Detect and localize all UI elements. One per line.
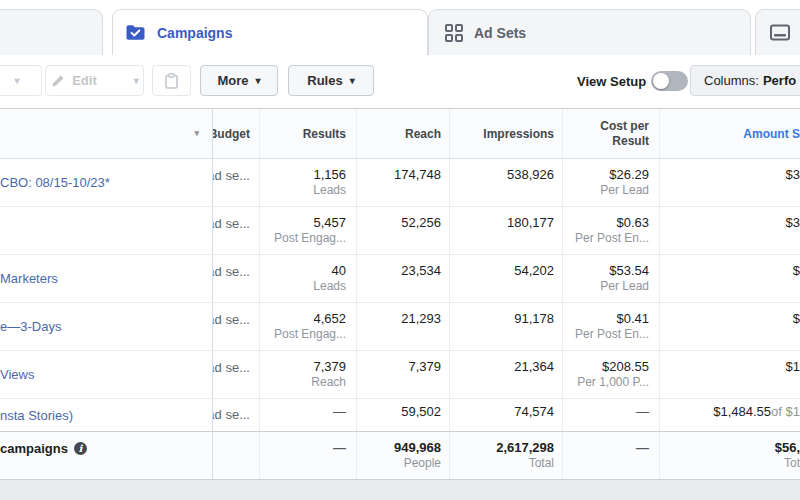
reach-cell: 7,379 [357,351,450,398]
campaign-name-cell: Marketers [0,255,213,302]
totals-reach-cell: 949,968People [357,432,450,479]
amount-spent-cell: $3 [660,159,800,206]
campaign-name-link[interactable]: CBO: 08/15-10/23* [0,159,212,206]
impressions-cell: 538,926 [450,159,563,206]
results-value: 1,156 [260,166,346,183]
budget-value: Using ad se... [213,312,250,327]
column-header-cost-per-result[interactable]: Cost per Result [563,109,660,158]
campaigns-table: ▾ Budget Results Reach Impressions Cost … [0,108,800,480]
more-button-label: More [217,73,248,88]
totals-reach-label: People [357,456,441,471]
totals-amount-value: $56, [660,439,800,456]
totals-results-value: — [260,439,346,456]
table-row: Marketers Using ad se... 40Leads 23,534 … [0,255,800,303]
budget-value: Using ad se... [213,360,250,375]
reach-cell: 52,256 [357,207,450,254]
results-cell: — [260,399,357,431]
pencil-icon [51,74,65,88]
more-button[interactable]: More ▾ [200,65,278,96]
totals-impressions-cell: 2,617,298Total [450,432,563,479]
impressions-value: 180,177 [450,214,554,231]
results-label: Leads [260,183,346,198]
cpr-label: Per 1,000 P... [563,375,649,390]
amount-value: $ [660,262,800,279]
cost-per-result-cell: — [563,399,660,431]
reach-cell: 59,502 [357,399,450,431]
results-cell: 1,156Leads [260,159,357,206]
column-header-results[interactable]: Results [260,109,357,158]
column-header-budget[interactable]: Budget [213,109,260,158]
toolbar: ▾ Edit ▾ More ▾ Rules [0,55,800,108]
amount-budget-suffix: of $1 [771,404,800,419]
amount-value: $ [660,310,800,327]
totals-row: campaigns i — 949,968People 2,617,298Tot… [0,431,800,479]
duplicate-button[interactable] [152,65,191,96]
chevron-down-icon: ▾ [194,128,199,138]
toggle-knob [653,73,669,89]
column-header-impressions[interactable]: Impressions [450,109,563,158]
rules-button[interactable]: Rules ▾ [288,65,374,96]
budget-value: Using ad se... [213,264,250,279]
results-cell: 7,379Reach [260,351,357,398]
campaign-name-cell [0,207,213,254]
amount-value: $3 [660,166,800,183]
campaign-name-link[interactable] [0,207,212,254]
campaign-name-cell: nsta Stories) [0,399,213,431]
budget-cell: Using ad se... [213,255,260,302]
column-header-amount-spent[interactable]: Amount S [660,109,800,158]
impressions-value: 74,574 [450,399,554,424]
table-row: Views Using ad se... 7,379Reach 7,379 21… [0,351,800,399]
folder-check-icon [125,24,146,41]
amount-spent-cell: $1 [660,351,800,398]
results-cell: 4,652Post Engag... [260,303,357,350]
dropdown-button-disabled[interactable]: ▾ [0,65,42,96]
budget-cell: Using ad se... [213,399,260,431]
reach-value: 7,379 [357,358,441,375]
cpr-value: $0.63 [563,214,649,231]
campaign-name-link[interactable]: Marketers [0,255,212,302]
cpr-value: $26.29 [563,166,649,183]
impressions-value: 91,178 [450,310,554,327]
chevron-down-icon: ▾ [350,76,355,86]
tab-ad-sets[interactable]: Ad Sets [428,9,751,55]
campaign-name-link[interactable]: nsta Stories) [0,399,212,431]
edit-dropdown-button[interactable]: ▾ [123,66,150,95]
campaign-name-link[interactable]: e—3-Days [0,303,212,350]
results-label: Post Engag... [260,327,346,342]
edit-button[interactable]: Edit [39,66,109,95]
table-row: CBO: 08/15-10/23* Using ad se... 1,156Le… [0,159,800,207]
cost-per-result-cell: $53.54Per Lead [563,255,660,302]
table-header-row: ▾ Budget Results Reach Impressions Cost … [0,109,800,159]
impressions-value: 21,364 [450,358,554,375]
amount-spent-cell: $1,484.55 of $1 [660,399,800,431]
results-value: 5,457 [260,214,346,231]
view-setup-toggle[interactable] [651,71,688,91]
screen-icon [770,24,790,41]
budget-value: Using ad se... [213,216,250,231]
cpr-value: $0.41 [563,310,649,327]
column-header-name[interactable]: ▾ [0,109,213,158]
budget-cell: Using ad se... [213,159,260,206]
cost-per-result-cell: $0.41Per Post En... [563,303,660,350]
budget-value: Using ad se... [213,168,250,183]
columns-button[interactable]: Columns: Perfo [690,65,800,96]
tab-ads[interactable]: Ads [755,9,800,55]
info-icon[interactable]: i [74,442,87,455]
table-row: nsta Stories) Using ad se... — 59,502 74… [0,399,800,432]
impressions-cell: 180,177 [450,207,563,254]
tab-ad-sets-label: Ad Sets [474,25,526,41]
reach-cell: 23,534 [357,255,450,302]
tab-campaigns[interactable]: Campaigns [112,9,428,55]
totals-impressions-label: Total [450,456,554,471]
reach-value: 59,502 [357,399,441,424]
tab-account-fragment[interactable] [0,9,103,55]
campaign-name-link[interactable]: Views [0,351,212,398]
amount-value: $1,484.55 [713,404,771,419]
column-header-reach[interactable]: Reach [357,109,450,158]
cpr-value: — [563,399,649,424]
results-value: — [260,399,346,424]
edit-button-group: Edit ▾ [45,65,144,96]
column-header-budget-label: Budget [213,127,250,141]
reach-value: 21,293 [357,310,441,327]
impressions-cell: 91,178 [450,303,563,350]
